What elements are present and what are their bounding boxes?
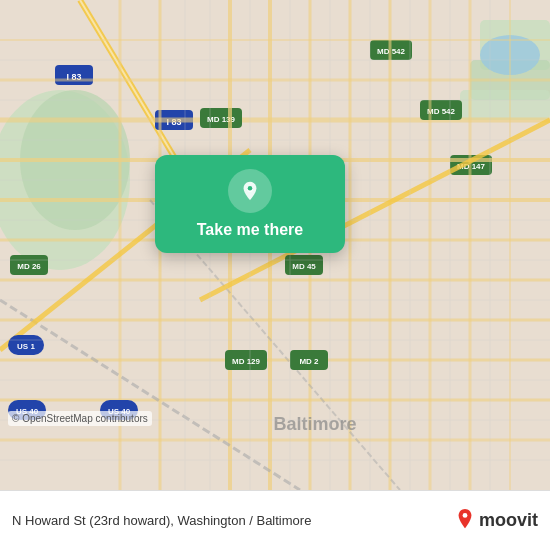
bottom-info-bar: N Howard St (23rd howard), Washington / … <box>0 490 550 550</box>
svg-text:US 1: US 1 <box>17 342 35 351</box>
take-me-there-label: Take me there <box>197 221 303 239</box>
take-me-there-card[interactable]: Take me there <box>155 155 345 253</box>
map-copyright: © OpenStreetMap contributors <box>8 411 152 426</box>
svg-text:MD 26: MD 26 <box>17 262 41 271</box>
svg-text:MD 129: MD 129 <box>232 357 261 366</box>
pin-icon-wrapper <box>228 169 272 213</box>
svg-text:MD 2: MD 2 <box>299 357 319 366</box>
moovit-brand-text: moovit <box>479 510 538 531</box>
map-container: I 83 I 83 MD 139 MD 542 MD 542 MD 147 <box>0 0 550 490</box>
moovit-logo: moovit <box>455 509 538 533</box>
location-text: N Howard St (23rd howard), Washington / … <box>12 513 447 528</box>
svg-text:Baltimore: Baltimore <box>273 414 356 434</box>
svg-point-83 <box>463 513 468 518</box>
svg-text:MD 45: MD 45 <box>292 262 316 271</box>
moovit-pin-icon <box>455 509 475 533</box>
svg-rect-5 <box>460 90 550 120</box>
svg-point-82 <box>248 186 253 191</box>
location-pin-icon <box>239 180 261 202</box>
